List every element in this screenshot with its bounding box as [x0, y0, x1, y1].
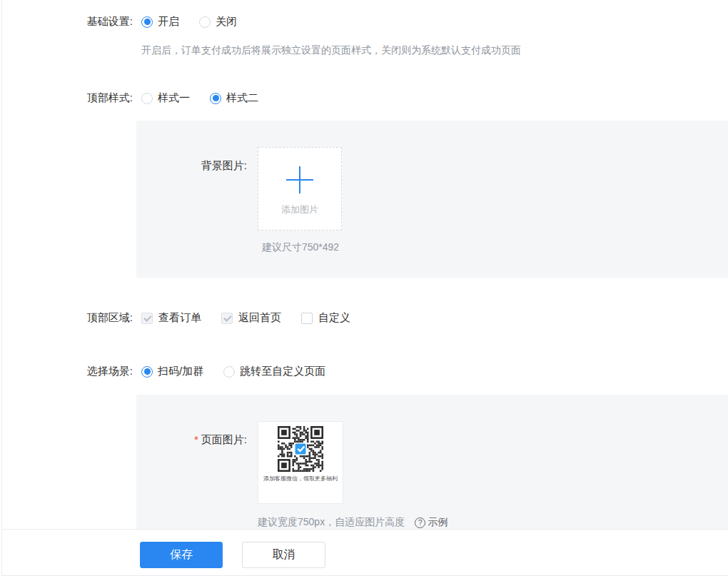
- radio-style-two-icon[interactable]: [210, 93, 221, 104]
- form-row-scene: 选择场景: 扫码/加群 跳转至自定义页面: [2, 365, 728, 378]
- page-image-label-col: *页面图片:: [136, 421, 247, 447]
- required-asterisk: *: [194, 433, 198, 445]
- page-image-label: 页面图片:: [201, 433, 247, 445]
- radio-style-one-icon[interactable]: [141, 93, 153, 104]
- settings-form-page: 基础设置: 开启 关闭 开启后，订单支付成功后将展示独立设置的页面样式，关闭则为…: [1, 0, 728, 576]
- basic-setting-radio-group: 开启 关闭: [141, 15, 237, 29]
- page-image-hint: 建议宽度750px，自适应图片高度: [258, 516, 405, 529]
- qr-caption-text: 添加客服微信，领取更多福利: [263, 475, 338, 482]
- form-row-top-style: 顶部样式: 样式一 样式二: [2, 91, 728, 105]
- form-footer: 保存 取消: [2, 530, 728, 568]
- checkbox-view-order: 查看订单: [141, 311, 201, 325]
- plus-icon: [286, 166, 313, 193]
- background-image-control: 添加图片 建议尺寸750*492: [258, 147, 343, 254]
- radio-scene-qr-label: 扫码/加群: [158, 365, 203, 378]
- form-row-background-image: 背景图片: 添加图片 建议尺寸750*492: [136, 147, 728, 254]
- checkbox-back-home: 返回首页: [221, 311, 281, 325]
- page-image-hint-row: 建议宽度750px，自适应图片高度 ? 示例: [258, 516, 448, 529]
- upload-box-text: 添加图片: [281, 203, 318, 216]
- qr-code-image: [278, 426, 323, 472]
- form-row-page-image: *页面图片: 添加客服微信，领取更多福利 建议宽度750px，自适应图片高度 ?…: [136, 421, 728, 529]
- radio-style-two[interactable]: 样式二: [210, 91, 258, 105]
- checkbox-custom[interactable]: 自定义: [301, 311, 350, 325]
- radio-style-one[interactable]: 样式一: [141, 91, 190, 105]
- radio-on-icon[interactable]: [141, 16, 153, 28]
- checkbox-view-order-label: 查看订单: [158, 311, 201, 325]
- checkbox-unchecked-icon[interactable]: [301, 313, 313, 324]
- page-image-control: 添加客服微信，领取更多福利 建议宽度750px，自适应图片高度 ? 示例: [258, 421, 448, 529]
- checkbox-checked-disabled-icon: [141, 313, 153, 324]
- form-row-basic-setting: 基础设置: 开启 关闭: [2, 15, 728, 29]
- checkbox-back-home-label: 返回首页: [238, 311, 281, 325]
- radio-basic-off[interactable]: 关闭: [199, 15, 237, 29]
- top-area-checkbox-group: 查看订单 返回首页 自定义: [141, 311, 350, 325]
- radio-scene-custom-label: 跳转至自定义页面: [240, 365, 325, 378]
- radio-basic-on[interactable]: 开启: [141, 15, 179, 29]
- radio-basic-on-label: 开启: [158, 15, 179, 29]
- cancel-button[interactable]: 取消: [242, 542, 325, 568]
- scene-radio-group: 扫码/加群 跳转至自定义页面: [141, 365, 325, 378]
- background-image-hint: 建议尺寸750*492: [258, 241, 343, 254]
- radio-off-icon[interactable]: [199, 16, 211, 28]
- page-image-panel: *页面图片: 添加客服微信，领取更多福利 建议宽度750px，自适应图片高度 ?…: [136, 395, 728, 529]
- radio-scene-qr-group[interactable]: 扫码/加群: [141, 365, 203, 378]
- top-style-radio-group: 样式一 样式二: [141, 91, 258, 105]
- save-button[interactable]: 保存: [140, 542, 223, 568]
- checkbox-checked-disabled-icon: [221, 313, 233, 324]
- top-style-label: 顶部样式:: [2, 91, 133, 105]
- radio-style-one-label: 样式一: [158, 91, 190, 105]
- background-image-label: 背景图片:: [136, 147, 247, 173]
- radio-scene-custom-page[interactable]: 跳转至自定义页面: [223, 365, 325, 378]
- example-link[interactable]: ? 示例: [415, 516, 448, 529]
- radio-basic-off-label: 关闭: [216, 15, 237, 29]
- page-image-preview[interactable]: 添加客服微信，领取更多福利: [258, 421, 343, 504]
- checkbox-custom-label: 自定义: [318, 311, 350, 325]
- help-question-icon[interactable]: ?: [415, 517, 425, 528]
- basic-setting-help-text: 开启后，订单支付成功后将展示独立设置的页面样式，关闭则为系统默认支付成功页面: [141, 44, 728, 57]
- radio-scene-qr-icon[interactable]: [141, 366, 153, 378]
- example-link-label: 示例: [428, 516, 448, 529]
- basic-setting-label: 基础设置:: [2, 15, 133, 29]
- radio-style-two-label: 样式二: [226, 91, 258, 105]
- background-image-panel: 背景图片: 添加图片 建议尺寸750*492: [136, 121, 728, 278]
- form-row-top-area: 顶部区域: 查看订单 返回首页 自定义: [2, 311, 728, 325]
- scene-label: 选择场景:: [2, 365, 133, 378]
- top-area-label: 顶部区域:: [2, 311, 133, 325]
- background-image-upload-box[interactable]: 添加图片: [258, 147, 342, 231]
- radio-scene-custom-icon[interactable]: [223, 366, 235, 378]
